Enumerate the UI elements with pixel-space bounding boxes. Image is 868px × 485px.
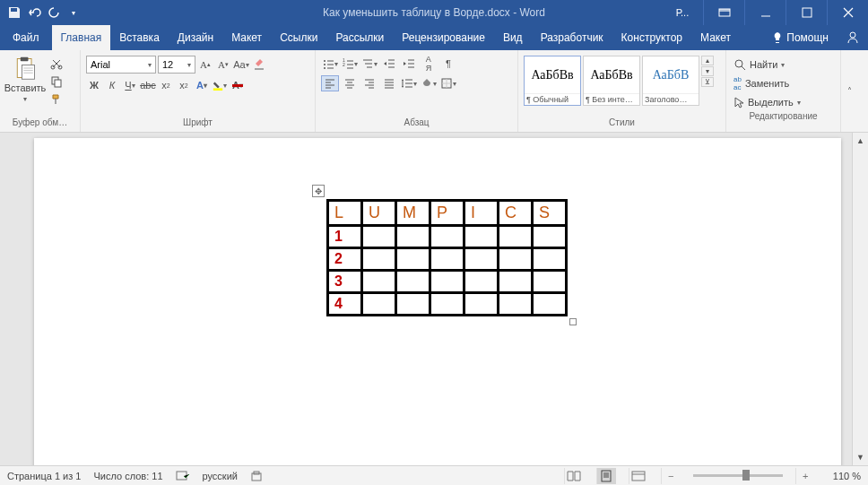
tab-design[interactable]: Дизайн (169, 25, 222, 50)
redo-icon[interactable] (47, 5, 61, 20)
macro-record-icon[interactable] (250, 470, 263, 482)
table-cell[interactable] (362, 293, 396, 316)
cut-icon[interactable] (48, 56, 65, 72)
italic-icon[interactable]: К (104, 77, 120, 93)
table-cell[interactable] (396, 226, 430, 248)
table-cell[interactable]: 2 (328, 248, 362, 271)
zoom-slider[interactable] (693, 474, 783, 477)
chevron-down-icon[interactable]: ▾ (701, 66, 714, 76)
align-left-icon[interactable] (321, 75, 339, 91)
read-mode-icon[interactable] (564, 468, 584, 484)
table-header-cell[interactable]: C (499, 201, 533, 226)
font-color-icon[interactable]: A▾ (230, 77, 246, 93)
table-cell[interactable] (533, 248, 567, 271)
table-header-cell[interactable]: I (464, 201, 499, 226)
table-header-cell[interactable]: U (362, 201, 396, 226)
table-cell[interactable] (362, 226, 396, 248)
tab-mailings[interactable]: Рассылки (326, 25, 393, 50)
minimize-icon[interactable] (744, 0, 786, 25)
bold-icon[interactable]: Ж (86, 77, 102, 93)
table-cell[interactable] (362, 248, 396, 271)
table-cell[interactable] (362, 271, 396, 293)
table-header-cell[interactable]: L (328, 201, 362, 226)
subscript-icon[interactable]: x2 (158, 77, 174, 93)
styles-gallery-scroll[interactable]: ▴ ▾ ⊻ (701, 56, 714, 88)
table-cell[interactable]: 1 (328, 226, 362, 248)
table-header-cell[interactable]: S (533, 201, 567, 226)
bullets-icon[interactable]: ▾ (321, 56, 339, 72)
highlight-icon[interactable]: ▾ (212, 77, 228, 93)
undo-icon[interactable] (27, 5, 41, 20)
tab-table-design[interactable]: Конструктор (612, 25, 691, 50)
align-center-icon[interactable] (341, 75, 359, 91)
grow-font-icon[interactable]: A▴ (197, 56, 213, 73)
table-cell[interactable] (396, 293, 430, 316)
tab-developer[interactable]: Разработчик (532, 25, 612, 50)
font-name-combo[interactable]: Arial▾ (86, 56, 156, 74)
underline-icon[interactable]: Ч▾ (122, 77, 138, 93)
tab-insert[interactable]: Вставка (110, 25, 169, 50)
table-cell[interactable] (430, 271, 464, 293)
web-layout-icon[interactable] (629, 468, 648, 484)
close-icon[interactable] (827, 0, 868, 25)
table-header-cell[interactable]: P (430, 201, 464, 226)
tab-view[interactable]: Вид (494, 25, 532, 50)
format-painter-icon[interactable] (48, 91, 65, 108)
line-spacing-icon[interactable]: ▾ (400, 75, 418, 91)
table-cell[interactable] (533, 293, 567, 316)
table-move-handle-icon[interactable]: ✥ (312, 185, 325, 197)
tab-references[interactable]: Ссылки (271, 25, 326, 50)
share-button[interactable] (838, 25, 868, 50)
shrink-font-icon[interactable]: A▾ (215, 56, 231, 73)
replace-button[interactable]: abac Заменить (733, 74, 833, 92)
increase-indent-icon[interactable] (400, 56, 418, 72)
strikethrough-icon[interactable]: abc (140, 77, 156, 93)
multilevel-list-icon[interactable]: ▾ (360, 56, 378, 72)
zoom-level[interactable]: 110 % (833, 471, 861, 481)
qat-customize-icon[interactable]: ▾ (66, 5, 81, 20)
table-resize-handle-icon[interactable] (569, 318, 577, 325)
table-cell[interactable] (533, 226, 567, 248)
find-button[interactable]: Найти▾ (733, 56, 833, 74)
table-cell[interactable] (499, 293, 533, 316)
status-language[interactable]: русский (203, 471, 238, 481)
tell-me[interactable]: Помощн (763, 25, 838, 50)
align-right-icon[interactable] (360, 75, 378, 91)
table-cell[interactable] (499, 226, 533, 248)
table-cell[interactable] (499, 271, 533, 293)
tab-home[interactable]: Главная (52, 25, 111, 50)
borders-icon[interactable]: ▾ (439, 75, 457, 91)
table-cell[interactable] (396, 248, 430, 271)
copy-icon[interactable] (48, 74, 65, 90)
chevron-up-icon[interactable]: ▴ (701, 56, 714, 65)
zoom-in-icon[interactable]: + (795, 468, 815, 484)
text-effects-icon[interactable]: A▾ (194, 77, 210, 93)
collapse-ribbon-button[interactable]: ˄ (841, 50, 857, 132)
select-button[interactable]: Выделить▾ (733, 93, 833, 111)
table-cell[interactable] (499, 248, 533, 271)
table-cell[interactable] (396, 271, 430, 293)
table-cell[interactable]: 3 (328, 271, 362, 293)
status-page[interactable]: Страница 1 из 1 (7, 471, 81, 481)
numbering-icon[interactable]: 12▾ (341, 56, 359, 72)
tab-file[interactable]: Файл (0, 25, 52, 50)
table-cell[interactable] (464, 248, 499, 271)
zoom-out-icon[interactable]: − (661, 468, 681, 484)
table-cell[interactable] (464, 271, 499, 293)
maximize-icon[interactable] (786, 0, 827, 25)
style-normal[interactable]: АаБбВв ¶ Обычный (524, 56, 581, 106)
print-layout-icon[interactable] (596, 468, 616, 484)
table-cell[interactable] (533, 271, 567, 293)
font-size-combo[interactable]: 12▾ (158, 56, 195, 74)
scroll-up-icon[interactable]: ▲ (853, 133, 868, 149)
table-cell[interactable] (464, 293, 499, 316)
page[interactable]: ✥ LUMPICS1234 (34, 138, 841, 465)
tab-table-layout[interactable]: Макет (691, 25, 740, 50)
save-icon[interactable] (7, 5, 22, 20)
table-cell[interactable] (464, 226, 499, 248)
table-cell[interactable] (430, 248, 464, 271)
sort-icon[interactable]: АЯ (420, 56, 438, 72)
shading-icon[interactable]: ▾ (420, 75, 438, 91)
slider-thumb[interactable] (742, 470, 750, 481)
document-table[interactable]: LUMPICS1234 (326, 199, 568, 316)
